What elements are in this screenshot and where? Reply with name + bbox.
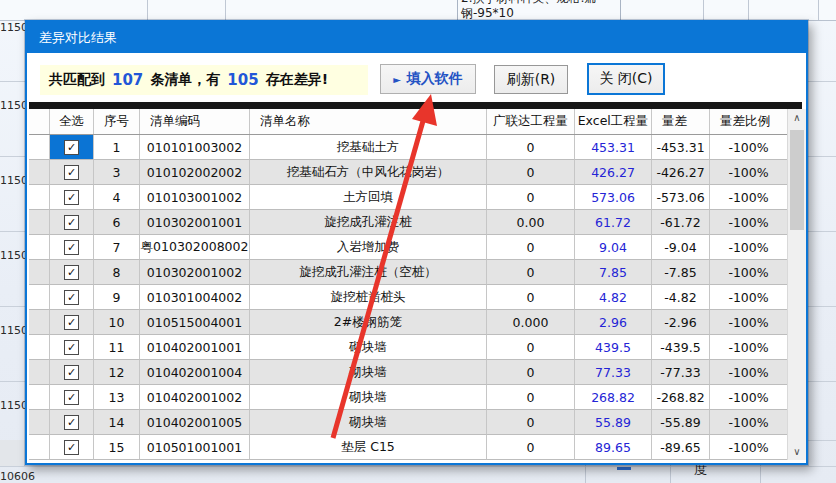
cell-diff: -426.27 (652, 160, 710, 185)
cell-seq: 13 (94, 385, 140, 410)
cell-name: 砌块墙 (250, 360, 487, 385)
scroll-up-icon[interactable]: ∧ (788, 109, 806, 126)
cell-seq: 6 (94, 210, 140, 235)
table-row[interactable]: ✓100105150040012#楼钢筋笼0.0002.96-2.96-100% (29, 310, 787, 335)
cell-name: 砌块墙 (250, 335, 487, 360)
table-row[interactable]: ✓14010402001005砌块墙055.89-55.89-100% (29, 410, 787, 435)
row-checkbox-cell: ✓ (50, 285, 94, 310)
table-row[interactable]: ✓1010101003002挖基础土方0453.31-453.31-100% (29, 135, 787, 160)
checkbox[interactable]: ✓ (64, 390, 79, 405)
cell-code: 010102002002 (140, 160, 250, 185)
cell-excel-qty: 55.89 (575, 410, 652, 435)
dialog-titlebar[interactable]: 差异对比结果 (27, 22, 806, 53)
col-indicator-header (29, 109, 50, 134)
checkbox[interactable]: ✓ (64, 315, 79, 330)
table-row[interactable]: ✓4010103001002土方回填0573.06-573.06-100% (29, 185, 787, 210)
checkbox[interactable]: ✓ (64, 215, 79, 230)
grid-header-row: 全选 序号 清单编码 清单名称 广联达工程量 Excel工程量 量差 量差比例 (29, 109, 787, 135)
close-button[interactable]: 关 闭(C) (587, 63, 665, 95)
row-indicator (29, 185, 50, 210)
checkbox[interactable]: ✓ (64, 440, 79, 455)
checkbox[interactable]: ✓ (64, 340, 79, 355)
col-header-name[interactable]: 清单名称 (250, 109, 487, 134)
col-header-excel-qty[interactable]: Excel工程量 (575, 109, 652, 134)
background-cell-text: 2.扶手材料种类、规格:扁钢-95*10 (461, 0, 617, 21)
cell-gld-qty: 0 (487, 160, 575, 185)
col-header-seq[interactable]: 序号 (94, 109, 140, 134)
background-gridline (703, 0, 704, 20)
summary-suffix: 存在差异! (266, 71, 328, 89)
summary-mid: 条清单，有 (150, 71, 220, 89)
table-row[interactable]: ✓6010302001001旋挖成孔灌注桩0.0061.72-61.72-100… (29, 210, 787, 235)
cell-diff: -4.82 (652, 285, 710, 310)
cell-code: 010302001001 (140, 210, 250, 235)
dialog-title: 差异对比结果 (39, 29, 117, 47)
scrollbar-thumb[interactable] (790, 130, 804, 230)
checkbox[interactable]: ✓ (64, 265, 79, 280)
row-checkbox-cell: ✓ (50, 310, 94, 335)
cell-excel-qty: 61.72 (575, 210, 652, 235)
table-row[interactable]: ✓8010302001002旋挖成孔灌注桩（空桩）07.85-7.85-100% (29, 260, 787, 285)
table-row[interactable]: ✓15010501001001垫层 C15089.65-89.65-100% (29, 435, 787, 460)
checkbox[interactable]: ✓ (64, 140, 79, 155)
cell-name: 垫层 C15 (250, 435, 487, 460)
cell-diff: -7.85 (652, 260, 710, 285)
cell-seq: 4 (94, 185, 140, 210)
table-row[interactable]: ✓11010402001001砌块墙0439.5-439.5-100% (29, 335, 787, 360)
row-checkbox-cell: ✓ (50, 435, 94, 460)
cell-code: 010103001002 (140, 185, 250, 210)
checkbox[interactable]: ✓ (64, 190, 79, 205)
refresh-button[interactable]: 刷新(R) (494, 65, 568, 94)
table-row[interactable]: ✓13010402001002砌块墙0268.82-268.82-100% (29, 385, 787, 410)
cell-name: 挖基础土方 (250, 135, 487, 160)
background-blue-mark (617, 467, 631, 470)
table-row[interactable]: ✓7粤010302008002入岩增加费09.04-9.04-100% (29, 235, 787, 260)
cell-code: 010301004002 (140, 285, 250, 310)
row-indicator (29, 135, 50, 160)
col-header-code[interactable]: 清单编码 (140, 109, 250, 134)
refresh-button-label: 刷新(R) (507, 71, 556, 89)
cell-name: 砌块墙 (250, 385, 487, 410)
checkbox[interactable]: ✓ (64, 165, 79, 180)
scroll-down-icon[interactable]: ∨ (788, 443, 806, 460)
col-header-select-all[interactable]: 全选 (50, 109, 94, 134)
summary-prefix: 共匹配到 (49, 71, 105, 89)
cell-code: 010302001002 (140, 260, 250, 285)
row-checkbox-cell: ✓ (50, 360, 94, 385)
cell-gld-qty: 0 (487, 185, 575, 210)
table-row[interactable]: ✓3010102002002挖基础石方（中风化花岗岩）0426.27-426.2… (29, 160, 787, 185)
col-header-gld-qty[interactable]: 广联达工程量 (487, 109, 575, 134)
col-header-diff[interactable]: 量差 (652, 109, 710, 134)
cell-excel-qty: 439.5 (575, 335, 652, 360)
checkbox[interactable]: ✓ (64, 240, 79, 255)
diff-count: 105 (227, 71, 258, 89)
col-header-ratio[interactable]: 量差比例 (710, 109, 787, 134)
fill-button-label: 填入软件 (407, 70, 463, 88)
row-indicator (29, 360, 50, 385)
cell-gld-qty: 0 (487, 385, 575, 410)
row-checkbox-cell: ✓ (50, 160, 94, 185)
checkbox[interactable]: ✓ (64, 365, 79, 380)
table-row[interactable]: ✓12010402001004砌块墙077.33-77.33-100% (29, 360, 787, 385)
checkbox[interactable]: ✓ (64, 290, 79, 305)
fill-into-software-button[interactable]: ► 填入软件 (380, 64, 476, 94)
diff-compare-dialog: 差异对比结果 共匹配到 107 条清单，有 105 存在差异! ► 填入软件 刷… (25, 20, 808, 465)
cell-ratio: -100% (710, 135, 787, 160)
row-indicator (29, 310, 50, 335)
cell-ratio: -100% (710, 285, 787, 310)
table-row[interactable]: ✓9010301004002旋挖桩凿桩头04.82-4.82-100% (29, 285, 787, 310)
row-checkbox-cell: ✓ (50, 185, 94, 210)
row-checkbox-cell: ✓ (50, 235, 94, 260)
row-indicator (29, 385, 50, 410)
cell-gld-qty: 0 (487, 260, 575, 285)
cell-diff: -55.89 (652, 410, 710, 435)
row-checkbox-cell: ✓ (50, 410, 94, 435)
row-checkbox-cell: ✓ (50, 135, 94, 160)
vertical-scrollbar[interactable]: ∧ ∨ (787, 109, 806, 460)
background-gridline (818, 0, 819, 20)
table-body: ✓1010101003002挖基础土方0453.31-453.31-100%✓3… (29, 135, 787, 460)
row-indicator (29, 210, 50, 235)
bg-row-label: 10606 (0, 470, 35, 483)
checkbox[interactable]: ✓ (64, 415, 79, 430)
cell-seq: 15 (94, 435, 140, 460)
